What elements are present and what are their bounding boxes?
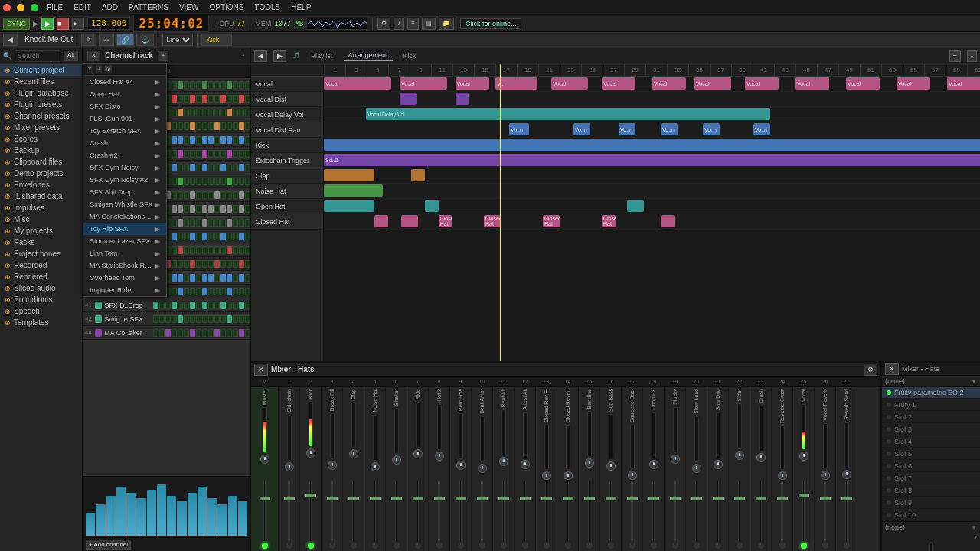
cr-bar-4[interactable] (126, 493, 136, 536)
mixer-fader-thumb-17[interactable] (627, 497, 638, 500)
arr-clip-8-0[interactable] (324, 200, 374, 212)
cr-step-12-12[interactable] (227, 246, 232, 254)
cr-step-6-11[interactable] (220, 164, 226, 171)
mixer-knob-21[interactable] (714, 460, 723, 469)
cr-step-14-14[interactable] (239, 274, 244, 282)
browser-item-11[interactable]: ⊕IL shared data (0, 191, 82, 202)
arr-clip-1-1[interactable] (456, 93, 469, 105)
cr-step-1-10[interactable] (214, 95, 220, 103)
mixer-knob-27[interactable] (842, 470, 851, 479)
cr-step-13-5[interactable] (184, 260, 189, 268)
cr-step-6-10[interactable] (214, 164, 220, 171)
mixer-fader-area-12[interactable] (515, 470, 534, 542)
cr-step-10-8[interactable] (202, 219, 207, 227)
mixer-fader-area-23[interactable] (751, 463, 770, 542)
record-button[interactable]: ● (72, 18, 84, 30)
cr-step-5-10[interactable] (214, 150, 220, 158)
mixer-channel-22[interactable]: Sider (729, 387, 750, 551)
dd-item-11[interactable]: MA Constellations Sh...▶ (83, 210, 166, 223)
anchor-tool[interactable]: ⚓ (136, 34, 154, 46)
cr-step-2-14[interactable] (239, 109, 244, 116)
cr-step-18-4[interactable] (178, 329, 183, 337)
cr-step-12-8[interactable] (202, 246, 207, 254)
mixer-channel-13[interactable]: Closed Rev Fx (536, 387, 557, 551)
browser-item-18[interactable]: ⊕Rendered (0, 271, 82, 282)
cr-step-3-11[interactable] (220, 122, 226, 130)
cr-step-1-6[interactable] (190, 95, 195, 103)
cr-step-10-12[interactable] (227, 219, 232, 227)
cr-channel-row-17[interactable]: 42 Smig..e SFX (83, 312, 250, 326)
cr-step-13-14[interactable] (239, 260, 244, 268)
magnet-tool[interactable]: 🔗 (116, 34, 134, 46)
mixer-channel-14[interactable]: Closed Reverb (557, 387, 579, 551)
mixer-fader-area-11[interactable] (494, 467, 513, 542)
dd-item-15[interactable]: MA StaticShock Retro...▶ (83, 259, 166, 272)
browser-all-btn[interactable]: All (64, 51, 78, 61)
cr-step-2-9[interactable] (208, 109, 214, 116)
cr-step-7-12[interactable] (227, 178, 232, 185)
cr-step-14-9[interactable] (208, 274, 214, 282)
cr-step-10-15[interactable] (245, 219, 250, 227)
dd-item-6[interactable]: Crash #2▶ (83, 149, 166, 161)
mixer-fader-thumb-1[interactable] (284, 497, 295, 500)
cr-step-4-8[interactable] (202, 136, 207, 144)
mixer-fader-thumb-11[interactable] (498, 497, 509, 500)
cr-step-4-3[interactable] (172, 136, 177, 144)
mixer-channel-11[interactable]: Beat Alt (493, 387, 514, 551)
cr-step-15-6[interactable] (190, 288, 195, 295)
cr-step-17-11[interactable] (220, 315, 226, 323)
cr-step-5-8[interactable] (202, 150, 207, 158)
mixer-channel-7[interactable]: Ride (407, 387, 429, 551)
browser-item-2[interactable]: ⊕Plugin database (0, 87, 82, 99)
cr-step-18-10[interactable] (214, 329, 220, 337)
cr-step-15-12[interactable] (227, 288, 232, 295)
cr-step-18-9[interactable] (208, 329, 214, 337)
cr-step-9-3[interactable] (172, 205, 177, 213)
cr-step-12-10[interactable] (214, 246, 220, 254)
cr-step-3-4[interactable] (178, 122, 183, 130)
menu-edit[interactable]: EDIT (71, 3, 93, 11)
cr-step-16-1[interactable] (159, 302, 165, 309)
mixer-knob-2[interactable] (306, 448, 315, 458)
cr-step-15-15[interactable] (245, 288, 250, 295)
cr-step-7-3[interactable] (172, 178, 177, 185)
browser-item-14[interactable]: ⊕My projects (0, 225, 82, 236)
cr-step-0-15[interactable] (245, 81, 250, 89)
dd-item-10[interactable]: Smigen Whistle SFX▶ (83, 198, 166, 210)
cr-step-18-5[interactable] (184, 329, 189, 337)
cr-step-10-10[interactable] (214, 219, 220, 227)
mixer-channel-20[interactable]: Slow Lead (686, 387, 707, 551)
fx-slot-0[interactable]: Fruty 1 (882, 399, 980, 411)
mixer-knob-3[interactable] (328, 461, 337, 470)
cr-step-5-13[interactable] (233, 150, 238, 158)
kick-btn[interactable]: Kick (201, 34, 232, 46)
arr-clip-3-5[interactable]: Vo..n (753, 123, 770, 135)
cr-step-4-10[interactable] (214, 136, 220, 144)
menu-patterns[interactable]: PATTERNS (126, 3, 171, 11)
cr-step-9-9[interactable] (208, 205, 214, 213)
stop-button[interactable]: ■ (57, 18, 69, 30)
mixer-knob-26[interactable] (821, 471, 830, 480)
cr-step-12-5[interactable] (184, 246, 189, 254)
mixer-channel-10[interactable]: Beat Amor (472, 387, 493, 551)
cr-step-16-10[interactable] (214, 302, 220, 309)
fx-none-top[interactable]: (none) ▼ (882, 376, 980, 387)
cr-add-channel-btn[interactable]: + Add channel (86, 540, 131, 550)
cr-step-8-12[interactable] (227, 191, 232, 199)
cr-step-14-4[interactable] (178, 274, 183, 282)
cr-step-18-8[interactable] (202, 329, 207, 337)
mixer-channel-9[interactable]: Perc Low (450, 387, 472, 551)
cr-step-11-3[interactable] (172, 233, 177, 240)
dd-item-9[interactable]: SFX 8bit Drop▶ (83, 186, 166, 198)
mixer-channel-0[interactable]: Master (251, 387, 279, 551)
arr-clip-9-2[interactable]: Closed Hat (439, 215, 452, 227)
mixer-knob-4[interactable] (349, 449, 358, 458)
dd-add-btn[interactable]: + (96, 65, 102, 73)
mixer-knob-25[interactable] (799, 452, 808, 461)
browser-item-3[interactable]: ⊕Plugin presets (0, 99, 82, 110)
cr-step-11-12[interactable] (227, 233, 232, 240)
mixer-fader-area-26[interactable] (815, 481, 835, 542)
cr-step-1-8[interactable] (202, 95, 207, 103)
arr-clip-3-2[interactable]: Vo..n (619, 123, 635, 135)
mixer-knob-15[interactable] (585, 458, 594, 468)
